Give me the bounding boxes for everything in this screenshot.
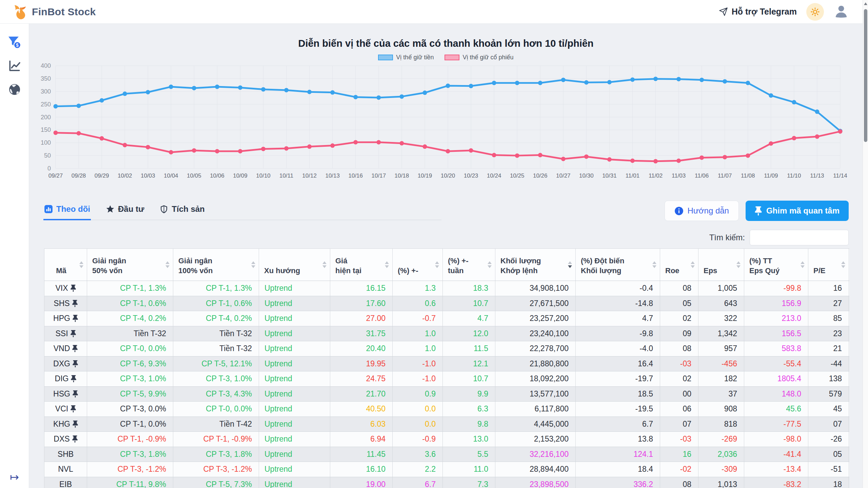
- svg-text:11/14: 11/14: [833, 172, 847, 179]
- scroll-up-arrow-icon[interactable]: [864, 2, 867, 5]
- table-row[interactable]: NVLCP T-3, -1.2%CP T-3, -1.2%Uptrend16.1…: [44, 462, 849, 477]
- page-scrollbar[interactable]: [863, 0, 868, 488]
- column-header-pct_week[interactable]: (%) +-tuần: [443, 249, 495, 281]
- ticker-symbol: HPG: [53, 314, 70, 323]
- cell-roe: 08: [660, 281, 698, 296]
- svg-text:300: 300: [41, 88, 51, 95]
- cell-eps_q_growth: 213.0: [744, 311, 808, 326]
- column-header-gn100[interactable]: Giải ngân100% vốn: [173, 249, 259, 281]
- table-row[interactable]: DXGCP T-6, 9.3%CP T-5, 12.1%Uptrend19.95…: [44, 357, 849, 372]
- cell-gn100: CP T-3, 1.0%: [173, 371, 259, 386]
- ticker-symbol: SSI: [55, 329, 68, 338]
- table-row[interactable]: SHSCP T-1, 0.6%CP T-1, 0.6%Uptrend17.600…: [44, 296, 849, 311]
- pin-icon[interactable]: [73, 421, 78, 428]
- cell-trend: Uptrend: [259, 417, 330, 432]
- pin-icon[interactable]: [71, 330, 76, 337]
- cell-gn50: CP T-3, 1.8%: [87, 447, 173, 462]
- tab-tich-san[interactable]: Tích sản: [160, 203, 204, 220]
- cell-ma: HSG: [44, 387, 87, 402]
- pin-icon[interactable]: [72, 435, 78, 443]
- tab-dau-tu[interactable]: Đầu tư: [106, 203, 144, 220]
- table-row[interactable]: DXSCP T-1, -0.9%CP T-1, -0.9%Uptrend6.94…: [44, 432, 849, 447]
- guide-button-label: Hướng dẫn: [687, 206, 729, 216]
- cell-gn100: Tiền T-32: [173, 341, 259, 356]
- column-header-vol_spike[interactable]: (%) Đột biếnKhối lượng: [576, 249, 660, 281]
- cell-price: 17.60: [330, 296, 393, 311]
- guide-button[interactable]: Hướng dẫn: [665, 201, 739, 221]
- top-bar-right: Hỗ trợ Telegram: [719, 3, 849, 21]
- cell-pe: 579: [808, 387, 849, 402]
- sort-arrows-icon: [322, 261, 327, 268]
- column-header-roe[interactable]: Roe: [660, 249, 698, 281]
- action-buttons: Hướng dẫn Ghim mã quan tâm: [665, 201, 849, 221]
- table-row[interactable]: HSGCP T-5, 9.9%CP T-3, 4.3%Uptrend21.700…: [44, 387, 849, 402]
- cell-eps: 182: [698, 371, 744, 386]
- svg-text:10/31: 10/31: [602, 172, 617, 179]
- pin-icon[interactable]: [71, 405, 76, 412]
- column-header-trend[interactable]: Xu hướng: [259, 249, 330, 281]
- svg-text:10/02: 10/02: [118, 172, 132, 179]
- column-header-eps_q_growth[interactable]: (%) TTEps Quý: [744, 249, 808, 281]
- column-header-pct[interactable]: (%) +-: [393, 249, 443, 281]
- pin-icon[interactable]: [73, 390, 78, 398]
- theme-toggle-button[interactable]: [806, 3, 824, 21]
- ticker-symbol: DXG: [53, 359, 70, 368]
- positions-line-chart[interactable]: 05010015020025030035040009/2709/2809/291…: [29, 58, 863, 186]
- pin-icon[interactable]: [71, 285, 76, 292]
- sidebar-item-screener[interactable]: $: [7, 35, 22, 49]
- pin-tickers-button[interactable]: Ghim mã quan tâm: [746, 201, 849, 221]
- pushpin-icon: [755, 206, 762, 216]
- svg-text:11/01: 11/01: [626, 172, 639, 179]
- table-row[interactable]: VNDCP T-0, 0.0%Tiền T-32Uptrend20.401.01…: [44, 341, 849, 357]
- table-row[interactable]: HPGCP T-4, 0.2%CP T-4, 0.2%Uptrend27.00-…: [44, 311, 849, 326]
- table-row[interactable]: VCICP T-3, 0.0%CP T-0, 0.0%Uptrend40.500…: [44, 402, 849, 417]
- column-label: Giải ngân100% vốn: [178, 256, 213, 276]
- top-bar: FinBot Stock Hỗ trợ Telegram: [0, 0, 868, 24]
- cell-ma: SHS: [44, 296, 87, 311]
- ticker-symbol: VIX: [55, 284, 68, 293]
- table-row[interactable]: DIGCP T-3, 1.0%CP T-3, 1.0%Uptrend24.75-…: [44, 371, 849, 387]
- cell-ma: HPG: [44, 311, 87, 326]
- line-chart-icon: [8, 59, 21, 73]
- table-row[interactable]: KHGCP T-1, 0.0%Tiền T-42Uptrend6.030.09.…: [44, 417, 849, 432]
- cell-volume: 4,445,000: [495, 417, 576, 432]
- telegram-support-link[interactable]: Hỗ trợ Telegram: [719, 7, 797, 17]
- cell-eps_q_growth: -98.0: [744, 432, 808, 447]
- table-row[interactable]: EIBCP T-11, 9.8%CP T-5, 7.3%Uptrend19.00…: [44, 477, 849, 488]
- column-label: (%) +-: [398, 266, 418, 276]
- column-header-eps[interactable]: Eps: [698, 249, 744, 281]
- expand-sidebar-icon[interactable]: ↦: [0, 472, 29, 483]
- column-header-gn50[interactable]: Giải ngân50% vốn: [87, 249, 173, 281]
- pin-icon[interactable]: [71, 375, 76, 382]
- cell-pct_week: 4.7: [443, 311, 495, 326]
- pin-icon[interactable]: [72, 345, 78, 352]
- column-header-price[interactable]: Giáhiện tại: [330, 249, 393, 281]
- brand[interactable]: FinBot Stock: [12, 4, 96, 20]
- cell-roe: 08: [660, 477, 698, 488]
- sidebar-item-global[interactable]: [7, 82, 22, 97]
- pin-icon[interactable]: [72, 300, 78, 307]
- cell-pct: 0.0: [393, 402, 443, 416]
- table-row[interactable]: SHBCP T-3, 1.8%CP T-3, 1.8%Uptrend11.453…: [44, 447, 849, 462]
- pin-icon[interactable]: [73, 315, 78, 322]
- user-avatar[interactable]: [833, 3, 849, 20]
- svg-text:11/03: 11/03: [672, 172, 686, 179]
- tab-theo-doi[interactable]: Theo dõi: [44, 203, 90, 220]
- svg-text:400: 400: [41, 62, 51, 69]
- search-row: Tìm kiếm:: [709, 230, 849, 245]
- cell-pct: 0.9: [393, 387, 443, 402]
- sidebar-item-charts[interactable]: [7, 58, 22, 73]
- table-row[interactable]: VIXCP T-1, 1.3%CP T-1, 1.3%Uptrend16.151…: [44, 281, 849, 296]
- column-header-pe[interactable]: P/E: [808, 249, 849, 281]
- cell-roe: 09: [660, 326, 698, 341]
- scrollbar-thumb[interactable]: [864, 9, 867, 142]
- cell-pct_week: 11.5: [443, 341, 495, 356]
- tab-bar: Theo dõi Đầu tư Tích sản: [44, 203, 205, 220]
- cell-volume: 22,278,700: [495, 341, 576, 356]
- table-row[interactable]: SSITiền T-32Tiền T-32Uptrend31.751.012.0…: [44, 326, 849, 342]
- pin-icon[interactable]: [73, 360, 78, 367]
- column-header-ma[interactable]: Mã: [44, 249, 87, 281]
- search-input[interactable]: [750, 230, 849, 245]
- sidebar: $ ↦: [0, 24, 29, 488]
- column-header-volume[interactable]: Khối lượngKhớp lệnh: [495, 249, 576, 281]
